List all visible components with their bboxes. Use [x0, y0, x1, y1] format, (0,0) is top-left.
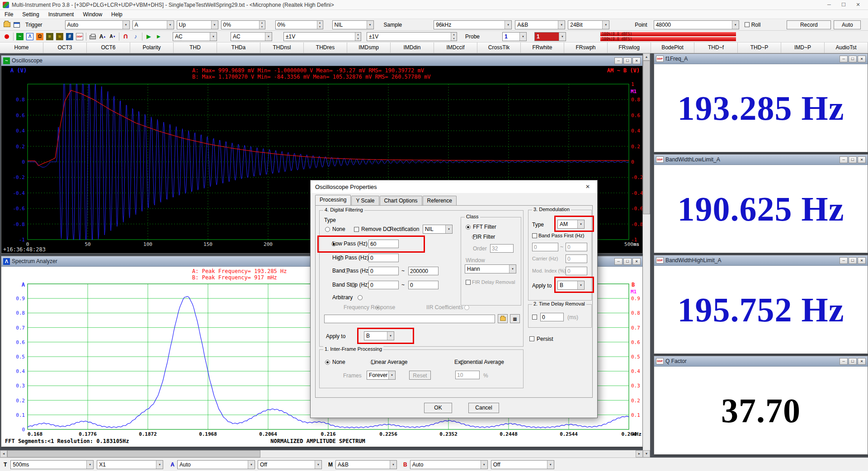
scroll-down-icon[interactable]: ▼ [643, 450, 650, 457]
fft-filter-radio[interactable] [466, 225, 471, 230]
channel-a-function-select[interactable]: Off▼ [258, 460, 322, 469]
coefficients-table-button[interactable]: ▦ [510, 314, 520, 323]
browse-file-button[interactable] [498, 314, 508, 323]
minimize-button[interactable]: ─ [614, 57, 623, 64]
window-select[interactable]: Hann▼ [465, 264, 516, 273]
tab-oct3[interactable]: OCT3 [43, 42, 87, 53]
frames-select[interactable]: Forever▼ [367, 371, 396, 380]
ddp-titlebar[interactable]: DDPBandWidthHighLimit_A─☐✕ [654, 255, 868, 266]
close-button[interactable]: ✕ [858, 257, 866, 264]
range-a-input[interactable]: ±1V▲▼ [283, 32, 361, 41]
probe-a-select[interactable]: 1▼ [502, 32, 527, 41]
tab-thdres[interactable]: THDres [304, 42, 347, 53]
close-button[interactable]: ✕ [858, 358, 866, 365]
auto-scaling-button[interactable]: Auto [834, 20, 861, 29]
maximize-button[interactable]: ☐ [623, 57, 632, 64]
horizontal-scrollbar[interactable]: ◄ ► [0, 450, 643, 457]
print-icon[interactable] [88, 32, 98, 41]
dialog-close-button[interactable]: ✕ [578, 180, 597, 193]
maximize-button[interactable]: ☐ [849, 156, 857, 163]
maximize-button[interactable]: ☐ [849, 358, 857, 365]
low-pass-input[interactable] [368, 240, 399, 248]
waterfall-plot-icon[interactable]: ≈ [55, 32, 65, 41]
filter-apply-to-select[interactable]: B▼ [364, 331, 394, 340]
tab-polarity[interactable]: Polarity [130, 42, 174, 53]
coupling-a-select[interactable]: AC▼ [173, 32, 217, 41]
band-pass-first-checkbox[interactable] [532, 233, 537, 238]
remove-dc-checkbox[interactable] [354, 227, 359, 232]
scrollbar-thumb[interactable] [7, 450, 260, 457]
coupling-b-select[interactable]: AC▼ [231, 32, 272, 41]
scroll-up-icon[interactable]: ▲ [643, 53, 650, 61]
mod-index-input[interactable] [566, 267, 587, 275]
average-count-input[interactable] [455, 371, 480, 379]
close-button[interactable]: ✕ [858, 56, 866, 62]
minimize-button[interactable]: ─ [840, 156, 848, 163]
menu-item-instrument[interactable]: Instrument [44, 11, 79, 18]
dialog-tab-processing[interactable]: Processing [315, 195, 351, 205]
tab-audiotst[interactable]: AudioTst [825, 42, 868, 53]
dialog-tab-reference[interactable]: Reference [423, 196, 457, 205]
band-stop-from-input[interactable] [368, 281, 399, 289]
ddp-titlebar[interactable]: DDPBandWidthLowLimit_A─☐✕ [654, 155, 868, 165]
scroll-left-icon[interactable]: ◄ [0, 450, 7, 457]
ddp-titlebar[interactable]: DDPf1Freq_A─☐✕ [654, 54, 868, 64]
sampling-rate-select[interactable]: 96kHz▼ [434, 20, 512, 29]
maximize-button[interactable]: ☐ [836, 0, 851, 9]
decrease-font-icon[interactable]: A▼ [108, 32, 118, 41]
trigger-edge-select[interactable]: Up▼ [177, 20, 218, 29]
order-input[interactable] [490, 244, 514, 253]
multimeter-icon[interactable]: Ω [35, 32, 45, 41]
iir-coefficients-radio[interactable] [464, 305, 469, 310]
range-b-input[interactable]: ±1V▲▼ [367, 32, 457, 41]
sweep-time-select[interactable]: 500ms▼ [10, 460, 94, 469]
demod-bp-from-input[interactable] [532, 243, 558, 251]
menu-item-window[interactable]: Window [78, 11, 107, 18]
open-file-icon[interactable] [2, 20, 12, 29]
roll-checkbox[interactable] [745, 22, 750, 27]
close-button[interactable]: ✕ [858, 156, 866, 163]
tab-imdsmp[interactable]: IMDsmp [347, 42, 391, 53]
tab-frswlog[interactable]: FRswlog [608, 42, 651, 53]
maximize-button[interactable]: ☐ [849, 257, 857, 264]
tab-thd[interactable]: THD [174, 42, 217, 53]
band-pass-from-input[interactable] [368, 267, 399, 275]
tab-frswph[interactable]: FRswph [564, 42, 608, 53]
oscilloscope-titlebar[interactable]: ~ Oscilloscope ─ ☐ ✕ [1, 56, 642, 66]
fir-delay-checkbox[interactable] [466, 280, 471, 285]
demod-type-select[interactable]: AM▼ [557, 220, 585, 229]
run-icon[interactable]: ► [154, 32, 164, 41]
band-stop-to-input[interactable] [408, 281, 439, 289]
ok-button[interactable]: OK [424, 403, 452, 413]
dialog-tab-y-scale[interactable]: Y Scale [351, 196, 379, 205]
rectification-select[interactable]: NIL▼ [423, 225, 453, 234]
probe-b-select[interactable]: 1▼ [534, 32, 566, 41]
play-icon[interactable]: ▶ [144, 32, 154, 41]
increase-font-icon[interactable]: A▲ [98, 32, 108, 41]
minimize-button[interactable]: ─ [822, 0, 836, 9]
trigger-hpf-select[interactable]: NIL▼ [332, 20, 374, 29]
magnet-icon[interactable]: U [121, 32, 131, 41]
record-length-select[interactable]: 48000▼ [654, 20, 739, 29]
close-button[interactable]: ✕ [632, 57, 641, 64]
tab-oct6[interactable]: OCT6 [87, 42, 130, 53]
tab-thdnsl[interactable]: THDnsl [260, 42, 304, 53]
tab-thd-f[interactable]: THD~f [694, 42, 738, 53]
minimize-button[interactable]: ─ [840, 358, 848, 365]
tab-thda[interactable]: THDa [217, 42, 260, 53]
trigger-source-select[interactable]: A▼ [132, 20, 174, 29]
time-delay-checkbox[interactable] [532, 315, 537, 320]
tab-frwhite[interactable]: FRwhite [521, 42, 564, 53]
maximize-button[interactable]: ☐ [623, 258, 632, 265]
band-pass-to-input[interactable] [408, 267, 439, 275]
channel-b-range-select[interactable]: Auto▼ [410, 460, 488, 469]
dialog-tab-chart-options[interactable]: Chart Options [380, 196, 422, 205]
trigger-mode-select[interactable]: Auto▼ [65, 20, 130, 29]
demod-bp-to-input[interactable] [566, 243, 587, 251]
menu-item-help[interactable]: Help [107, 11, 127, 18]
tab-crosstlk[interactable]: CrossTlk [477, 42, 521, 53]
data-logger-icon[interactable]: # [65, 32, 75, 41]
reset-button[interactable]: Reset [409, 371, 431, 380]
minimize-button[interactable]: ─ [614, 258, 623, 265]
tab-imddin[interactable]: IMDdin [391, 42, 434, 53]
